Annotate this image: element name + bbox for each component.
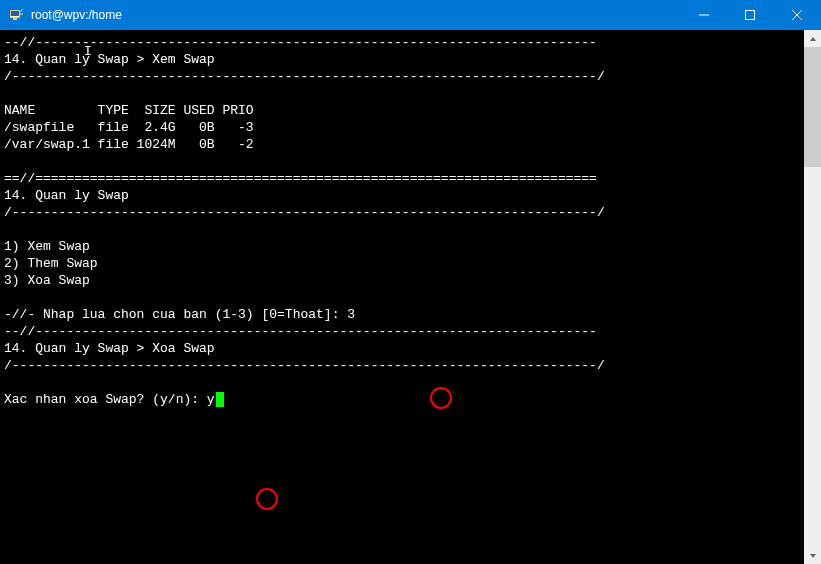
svg-rect-6	[746, 11, 755, 20]
menu-option: 2) Them Swap	[4, 256, 98, 271]
svg-rect-1	[11, 11, 19, 16]
putty-icon	[8, 7, 24, 23]
breadcrumb: 14. Quan ly Swap > Xem Swap	[4, 52, 215, 67]
terminal[interactable]: --//------------------------------------…	[0, 30, 804, 564]
separator: --//------------------------------------…	[4, 35, 597, 50]
menu-option: 1) Xem Swap	[4, 239, 90, 254]
separator: --//------------------------------------…	[4, 324, 597, 339]
scroll-down-arrow-icon[interactable]	[804, 547, 821, 564]
swap-table-row: /var/swap.1 file 1024M 0B -2	[4, 137, 254, 152]
choice-prompt: -//- Nhap lua chon cua ban (1-3) [0=Thoa…	[4, 307, 347, 322]
breadcrumb: 14. Quan ly Swap > Xoa Swap	[4, 341, 215, 356]
separator: ==//====================================…	[4, 171, 597, 186]
terminal-cursor	[216, 392, 224, 407]
highlight-circle-icon	[430, 387, 452, 409]
confirm-prompt: Xac nhan xoa Swap? (y/n):	[4, 392, 207, 407]
maximize-button[interactable]	[727, 0, 773, 30]
choice-input: 3	[347, 307, 355, 322]
minimize-button[interactable]	[681, 0, 727, 30]
terminal-area: --//------------------------------------…	[0, 30, 821, 564]
menu-title: 14. Quan ly Swap	[4, 188, 129, 203]
separator: /---------------------------------------…	[4, 358, 605, 373]
highlight-circle-icon	[256, 488, 278, 510]
vertical-scrollbar[interactable]	[804, 30, 821, 564]
svg-line-3	[20, 9, 23, 12]
svg-rect-2	[13, 18, 17, 20]
swap-table-row: /swapfile file 2.4G 0B -3	[4, 120, 254, 135]
titlebar[interactable]: root@wpv:/home	[0, 0, 821, 30]
window-controls	[681, 0, 821, 30]
putty-window: root@wpv:/home --//---------------------…	[0, 0, 821, 564]
scroll-thumb[interactable]	[804, 47, 821, 167]
menu-option: 3) Xoa Swap	[4, 273, 90, 288]
separator: /---------------------------------------…	[4, 69, 605, 84]
confirm-input: y	[207, 392, 215, 407]
scroll-up-arrow-icon[interactable]	[804, 30, 821, 47]
window-title: root@wpv:/home	[31, 8, 681, 22]
separator: /---------------------------------------…	[4, 205, 605, 220]
close-button[interactable]	[773, 0, 821, 30]
swap-table-header: NAME TYPE SIZE USED PRIO	[4, 103, 254, 118]
